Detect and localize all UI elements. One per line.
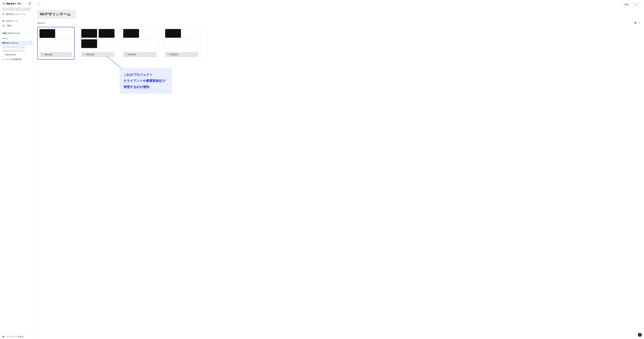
project-thumb [40,39,55,48]
svg-rect-10 [636,22,636,23]
invite-button[interactable]: 招待 [622,2,630,7]
members-button[interactable]: 7 [632,2,640,7]
project-name: 〇〇株式会社 [123,52,156,57]
annotation-line: 管理するのが便利 [124,84,166,90]
sidebar-team-placeholder [2,50,25,52]
search-field[interactable] [2,7,32,11]
page-title: INIデザインチーム [40,12,71,16]
project-card[interactable]: 〇〇株式会社 [79,27,116,60]
sort-dropdown[interactable]: 最終変更 ▾ [37,22,46,24]
topbar: 招待 7 [37,0,640,8]
sidebar-favorites-header: お気に入りのファイル [0,30,33,35]
project-card[interactable]: 〇〇株式会社 [121,27,158,60]
project-thumb [99,39,114,48]
figma-icon [2,20,4,22]
project-card[interactable]: 〇〇株式会社 [37,27,75,60]
sidebar-recent[interactable]: 最近表示したファイル [0,12,33,16]
notifications-button[interactable] [28,2,31,5]
svg-point-8 [635,4,636,5]
clock-icon [2,13,4,15]
annotation-line: クライアントや事業部単位で [124,78,166,84]
plus-icon [2,58,4,60]
svg-rect-9 [635,22,635,23]
svg-point-0 [3,8,4,9]
sidebar-drafts-label: 下書き [6,24,12,27]
person-icon [634,4,636,6]
project-card[interactable]: 〇〇株式会社 [163,27,200,60]
project-thumb-grid [40,29,72,50]
project-thumb [57,29,72,38]
project-thumb-grid [165,29,198,50]
project-name: 〇〇株式会社 [40,52,72,57]
grid-icon [634,22,636,24]
page-title-block: INIデザインチーム [37,10,76,18]
bell-icon [28,2,31,5]
annotation-callout: これがプロジェクト クライアントや事業部単位で 管理するのが便利 [120,68,172,94]
account-name: 高橋 菜由子 / INI [6,2,20,5]
help-button[interactable]: ? [638,333,642,337]
project-thumb [81,39,97,48]
sidebar-recent-label: 最近表示したファイル [6,13,26,16]
nav-back-button[interactable] [37,3,40,6]
sidebar-community-label: コミュニティを見る [6,335,24,338]
grid-view-button[interactable] [634,22,636,24]
avatar [2,2,5,5]
invite-label: 招待 [625,3,628,6]
svg-point-6 [3,21,4,22]
sidebar-team-ini-label: INIデザインチーム [2,42,18,44]
member-count: 7 [637,3,638,6]
project-thumb [99,29,114,38]
project-thumb [40,29,55,38]
project-thumb [123,39,139,48]
project-thumb [182,29,198,38]
chevron-left-icon [37,3,40,5]
chevron-down-icon: ▾ [45,22,46,24]
project-thumb-grid [81,29,114,50]
project-thumb-grid [123,29,156,50]
project-name: 〇〇株式会社 [165,52,198,57]
sidebar-team-placeholder [2,46,25,48]
sidebar-team-project-label: Team project [5,53,16,56]
sidebar-teams-header: チーム [0,35,33,41]
main-content: 招待 7 INIデザインチーム 最終変更 ▾ 〇〇株式会社〇〇株式会社〇〇株式会… [34,0,644,339]
sort-label: 最終変更 [37,22,44,24]
project-thumb [141,39,156,48]
sidebar-drafts[interactable]: 下書き [0,23,33,28]
annotation-line: これがプロジェクト [124,71,166,78]
sidebar-create-team[interactable]: チームを新規作成 [0,57,33,62]
globe-icon [2,336,4,338]
project-grid: 〇〇株式会社〇〇株式会社〇〇株式会社〇〇株式会社 [37,27,640,60]
chevron-right-icon [42,3,44,5]
sidebar-create-team-label: チームを新規作成 [6,58,21,61]
chevron-down-icon: ▾ [22,3,22,5]
project-thumb [165,29,181,38]
project-thumb [81,29,97,38]
project-thumb [165,39,181,48]
help-icon: ? [639,334,640,336]
project-thumb [141,29,156,38]
search-input[interactable] [6,8,30,10]
svg-rect-11 [635,23,635,24]
sidebar: 高橋 菜由子 / INI ▾ 最近表示したファイル 自分のチーム 下書き お気に… [0,0,34,339]
svg-rect-12 [636,23,636,24]
nav-forward-button[interactable] [42,3,44,6]
account-switcher[interactable]: 高橋 菜由子 / INI ▾ [2,1,32,6]
sidebar-team-project[interactable]: Team project [0,52,33,57]
list-view-button[interactable] [638,22,640,24]
project-name: 〇〇株式会社 [81,52,114,57]
sidebar-team-ini[interactable]: INIデザインチーム [0,41,33,45]
list-icon [638,22,640,24]
project-thumb [123,29,139,38]
sidebar-community[interactable]: コミュニティを見る [0,334,33,339]
sidebar-your-teams-label: 自分のチーム [6,20,18,22]
sidebar-your-teams[interactable]: 自分のチーム [0,19,33,23]
file-icon [2,25,4,27]
project-thumb [57,39,72,48]
search-icon [3,8,5,10]
project-thumb [182,39,198,48]
